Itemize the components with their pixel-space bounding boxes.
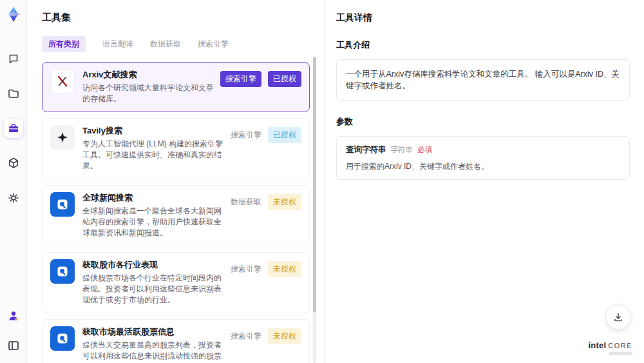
tool-name: 获取股市各行业表现 bbox=[82, 259, 225, 270]
status-badge: 未授权 bbox=[268, 261, 301, 277]
status-badge: 已授权 bbox=[268, 71, 301, 87]
status-badge: 已授权 bbox=[268, 127, 301, 143]
cube-icon bbox=[7, 157, 20, 170]
tab-search-engine[interactable]: 搜索引擎 bbox=[198, 39, 229, 50]
user-avatar-button[interactable] bbox=[4, 306, 23, 326]
tab-all-categories[interactable]: 所有类别 bbox=[42, 36, 86, 52]
user-icon bbox=[7, 309, 20, 322]
active-stock-icon bbox=[50, 326, 75, 351]
category-label: 搜索引擎 bbox=[231, 264, 261, 275]
intro-heading: 工具介绍 bbox=[336, 39, 630, 51]
tool-description: 提供当天交易量最高的股票列表，投资者可以利用这些信息来识别流动性强的股票和潜在的… bbox=[82, 340, 225, 363]
chat-icon bbox=[7, 52, 20, 65]
status-badge: 未授权 bbox=[268, 328, 301, 344]
news-search-icon bbox=[50, 192, 75, 217]
category-label: 搜索引擎 bbox=[231, 331, 261, 342]
tool-description: 全球新闻搜索是一个聚合全球各大新闻网站内容的搜索引擎，帮助用户快速获取全球最新资… bbox=[82, 206, 225, 239]
tool-name: 全球新闻搜索 bbox=[82, 192, 225, 203]
param-type: 字符串 bbox=[391, 145, 413, 155]
app-window: 工具集 所有类别 语言翻译 数据获取 搜索引擎 Arxiv文献搜索 访问各个研究… bbox=[0, 0, 644, 363]
tool-card-sector-performance[interactable]: 获取股市各行业表现 提供股票市场各个行业在特定时间段内的表现。投资者可以利用这些… bbox=[42, 252, 310, 313]
list-scrollbar-track bbox=[313, 57, 316, 363]
layout-panel-icon bbox=[7, 339, 20, 352]
list-scrollbar-thumb[interactable] bbox=[313, 57, 316, 312]
tool-name: 获取市场最活跃股票信息 bbox=[82, 326, 225, 337]
category-label: 搜索引擎 bbox=[231, 130, 261, 141]
category-badge: 搜索引擎 bbox=[220, 71, 261, 87]
parameter-card: 查询字符串 字符串 必填 用于搜索的Arxiv ID、关键字或作者姓名。 bbox=[336, 136, 630, 180]
briefcase-icon bbox=[7, 122, 20, 135]
tool-intro-box: 一个用于从Arxiv存储库搜索科学论文和文章的工具。 输入可以是Arxiv ID… bbox=[336, 59, 630, 101]
sidebar bbox=[0, 0, 27, 363]
sidebar-bottom bbox=[0, 306, 27, 355]
tab-language-translation[interactable]: 语言翻译 bbox=[102, 39, 133, 50]
tool-card-list: Arxiv文献搜索 访问各个研究领域大量科学论文和文章的存储库。 搜索引擎 已授… bbox=[42, 62, 310, 363]
download-button[interactable] bbox=[606, 305, 630, 329]
gear-icon bbox=[7, 191, 20, 204]
tool-detail-panel: 工具详情 工具介绍 一个用于从Arxiv存储库搜索科学论文和文章的工具。 输入可… bbox=[324, 0, 644, 363]
brand-core-text: core bbox=[608, 342, 632, 349]
sidebar-item-models[interactable] bbox=[4, 153, 23, 173]
brand-underline bbox=[609, 352, 632, 355]
params-heading: 参数 bbox=[336, 116, 630, 128]
tool-card-tavily[interactable]: Tavily搜索 专为人工智能代理 (LLM) 构建的搜索引擎工具。可快速提供实… bbox=[42, 118, 310, 179]
arxiv-icon bbox=[50, 69, 75, 93]
category-label: 数据获取 bbox=[231, 197, 261, 208]
app-logo-icon bbox=[5, 5, 23, 23]
sidebar-item-tools[interactable] bbox=[4, 119, 23, 138]
tool-description: 访问各个研究领域大量科学论文和文章的存储库。 bbox=[82, 83, 215, 104]
brand-intel-text: intel bbox=[588, 340, 606, 350]
sidebar-item-files[interactable] bbox=[4, 84, 23, 103]
intel-core-logo: intelcore bbox=[588, 340, 632, 355]
tool-name: Tavily搜索 bbox=[82, 125, 225, 136]
tool-description: 提供股票市场各个行业在特定时间段内的表现。投资者可以利用这些信息来识别表现优于或… bbox=[82, 273, 225, 306]
stock-search-icon bbox=[50, 259, 75, 284]
sidebar-nav bbox=[4, 49, 23, 208]
param-description: 用于搜索的Arxiv ID、关键字或作者姓名。 bbox=[346, 161, 620, 172]
tavily-icon bbox=[50, 125, 75, 150]
param-required-flag: 必填 bbox=[417, 145, 432, 155]
tool-name: Arxiv文献搜索 bbox=[82, 69, 215, 80]
sidebar-item-chat[interactable] bbox=[4, 49, 23, 68]
tab-data-retrieval[interactable]: 数据获取 bbox=[150, 39, 181, 50]
sidebar-item-settings[interactable] bbox=[4, 188, 23, 208]
tool-description: 专为人工智能代理 (LLM) 构建的搜索引擎工具。可快速提供实时、准确和真实的结… bbox=[82, 139, 225, 172]
tool-card-arxiv[interactable]: Arxiv文献搜索 访问各个研究领域大量科学论文和文章的存储库。 搜索引擎 已授… bbox=[42, 62, 310, 112]
category-tabs: 所有类别 语言翻译 数据获取 搜索引擎 bbox=[42, 36, 324, 52]
tool-card-global-news[interactable]: 全球新闻搜索 全球新闻搜索是一个聚合全球各大新闻网站内容的搜索引擎，帮助用户快速… bbox=[42, 185, 310, 246]
collapse-panel-button[interactable] bbox=[4, 336, 23, 355]
download-icon bbox=[612, 311, 624, 323]
detail-panel-title: 工具详情 bbox=[336, 12, 630, 24]
tool-card-active-stocks[interactable]: 获取市场最活跃股票信息 提供当天交易量最高的股票列表，投资者可以利用这些信息来识… bbox=[42, 319, 310, 363]
page-title: 工具集 bbox=[42, 12, 324, 24]
status-badge: 未授权 bbox=[268, 194, 301, 210]
folder-icon bbox=[7, 87, 20, 100]
tool-list-panel: 工具集 所有类别 语言翻译 数据获取 搜索引擎 Arxiv文献搜索 访问各个研究… bbox=[27, 0, 324, 363]
param-name: 查询字符串 bbox=[346, 144, 386, 155]
